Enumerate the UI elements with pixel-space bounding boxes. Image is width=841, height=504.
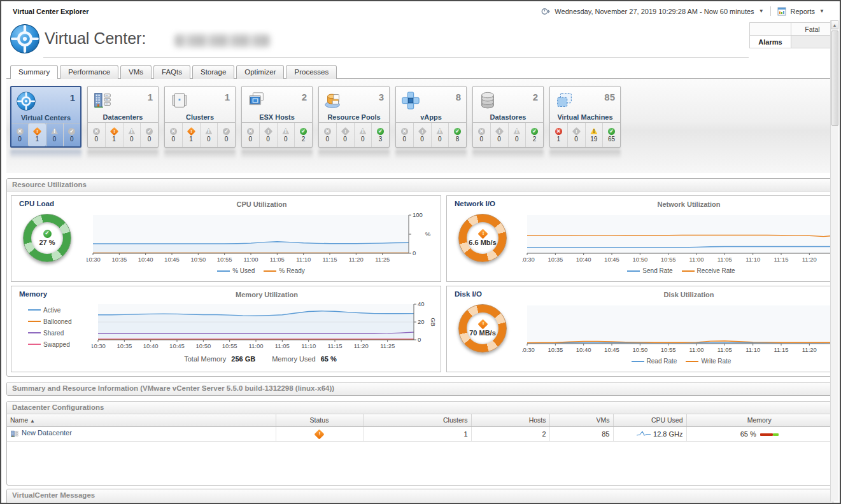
tile-reflection: [241, 150, 313, 159]
tab-summary[interactable]: Summary: [10, 65, 58, 79]
svg-text:20: 20: [418, 318, 425, 325]
svg-text:11:15: 11:15: [327, 342, 342, 349]
column-header-vms[interactable]: VMs: [549, 414, 613, 426]
status-cell-warning[interactable]: !0: [46, 123, 63, 146]
svg-text:11:10: 11:10: [746, 346, 760, 353]
datacenter-icon: [10, 430, 19, 438]
status-cell-critical[interactable]: !1: [182, 123, 200, 147]
time-range-caret-icon[interactable]: ▼: [759, 8, 764, 14]
column-header-clusters[interactable]: Clusters: [363, 414, 471, 426]
tab-storage[interactable]: Storage: [192, 65, 234, 79]
tile-datastores[interactable]: 2Datastores✕0!0!0✓2: [472, 86, 544, 148]
tile-datacenters[interactable]: 1Datacenters✕0!1!0✓0: [87, 86, 159, 148]
status-cell-normal[interactable]: ✓0: [140, 123, 158, 147]
status-cell-normal[interactable]: ✓8: [448, 123, 466, 147]
status-cell-fatal[interactable]: ✕1: [550, 123, 567, 147]
column-header-status[interactable]: Status: [276, 414, 363, 426]
tile-esx-hosts[interactable]: 2ESX Hosts✕0!0!0✓2: [241, 86, 313, 148]
legend-item-ballooned: Ballooned: [28, 318, 71, 325]
scrollbar-thumb[interactable]: [831, 31, 838, 126]
fatal-status-icon: ✕: [247, 128, 254, 135]
status-cell-critical[interactable]: !0: [336, 123, 354, 147]
status-cell-critical[interactable]: !0: [490, 123, 508, 147]
status-cell-critical[interactable]: !1: [28, 123, 45, 146]
status-cell-fatal[interactable]: ✕0: [319, 123, 336, 147]
svg-text:11:15: 11:15: [322, 256, 337, 263]
status-cell-fatal[interactable]: ✕0: [11, 123, 28, 146]
column-header-hosts[interactable]: Hosts: [471, 414, 549, 426]
tile-virtual-machines[interactable]: 85Virtual Machines✕1!0!19✓65: [549, 86, 621, 148]
status-cell-warning[interactable]: !0: [354, 123, 372, 147]
status-cell-fatal[interactable]: ✕0: [396, 123, 413, 147]
warning-status-icon: !: [436, 128, 443, 135]
tab-processes[interactable]: Processes: [286, 65, 337, 79]
datacenter-configurations-header[interactable]: Datacenter Configurations: [7, 402, 833, 414]
divider: [770, 6, 771, 16]
datacenter-name[interactable]: New Datacenter: [22, 429, 72, 437]
legend-item-send-rate: Send Rate: [627, 267, 672, 274]
status-count: 0: [326, 136, 330, 143]
status-cell-fatal[interactable]: ✕0: [88, 123, 105, 147]
tile-clusters[interactable]: 1Clusters✕0!1!0✓0: [164, 86, 236, 148]
status-count: 1: [557, 136, 561, 143]
tab-vms[interactable]: VMs: [120, 65, 152, 79]
scroll-up-icon[interactable]: ▲: [831, 20, 838, 29]
status-count: 0: [148, 136, 152, 143]
alarms-fatal-count[interactable]: [791, 36, 833, 48]
reports-caret-icon[interactable]: ▼: [819, 8, 824, 14]
status-cell-critical[interactable]: !1: [105, 123, 123, 147]
status-cell-warning[interactable]: !0: [508, 123, 526, 147]
table-row[interactable]: New Datacenter!128512.8 GHz65 %: [7, 426, 833, 441]
summary-resource-info-header[interactable]: Summary and Resource Information (VMware…: [7, 382, 833, 395]
tile-vapps[interactable]: 8vApps✕0!0!0✓8: [395, 86, 467, 148]
svg-text:10:50: 10:50: [632, 256, 647, 263]
column-header-memory[interactable]: Memory: [686, 414, 833, 426]
svg-text:10:45: 10:45: [169, 342, 185, 349]
virtualcenter-messages-header[interactable]: VirtualCenter Messages: [7, 489, 833, 502]
alarms-label: Alarms: [750, 36, 791, 48]
status-cell-normal[interactable]: ✓0: [63, 123, 80, 146]
vertical-scrollbar[interactable]: ▲: [830, 20, 838, 501]
reports-button[interactable]: Reports: [791, 8, 816, 15]
column-header-name[interactable]: Name▲: [7, 414, 276, 426]
status-cell-warning[interactable]: !19: [585, 123, 603, 147]
status-cell-normal[interactable]: ✓2: [294, 123, 312, 147]
tab-optimizer[interactable]: Optimizer: [236, 65, 284, 79]
status-cell-normal[interactable]: ✓65: [602, 123, 620, 147]
critical-status-icon[interactable]: !: [314, 429, 324, 439]
tile-reflection: [10, 150, 81, 159]
status-cell-critical[interactable]: !0: [567, 123, 585, 147]
status-cell-warning[interactable]: !0: [277, 123, 295, 147]
redacted-ip: [174, 34, 270, 47]
column-header-cpu-used[interactable]: CPU Used: [613, 414, 686, 426]
svg-text:11:10: 11:10: [296, 256, 311, 263]
status-count: 3: [379, 136, 383, 143]
status-cell-fatal[interactable]: ✕0: [242, 123, 259, 147]
memory-summary-line: Total Memory 256 GB Memory Used 65 %: [92, 355, 441, 363]
status-cell-normal[interactable]: ✓3: [371, 123, 389, 147]
status-cell-critical[interactable]: !0: [259, 123, 277, 147]
status-count: 0: [343, 136, 347, 143]
legend-swatch: [28, 344, 41, 345]
tab-performance[interactable]: Performance: [60, 65, 118, 79]
status-cell-warning[interactable]: !0: [431, 123, 449, 147]
tab-faqts[interactable]: FAQts: [153, 65, 190, 79]
status-cell-normal[interactable]: ✓0: [217, 123, 235, 147]
status-cell-critical[interactable]: !0: [413, 123, 431, 147]
status-cell-warning[interactable]: !0: [123, 123, 141, 147]
tile-virtual-centers[interactable]: 1Virtual Centers✕0!1!0✓0: [10, 86, 81, 148]
disk-io-gauge[interactable]: ! 70 MB/s: [458, 304, 507, 353]
svg-text:%: %: [425, 230, 431, 237]
status-cell-normal[interactable]: ✓2: [525, 123, 543, 147]
status-cell-fatal[interactable]: ✕0: [165, 123, 182, 147]
network-io-gauge[interactable]: ! 6.6 Mb/s: [458, 214, 507, 262]
tile-resource-pools[interactable]: 3Resource Pools✕0!0!0✓3: [318, 86, 390, 148]
status-cell-fatal[interactable]: ✕0: [473, 123, 490, 147]
status-cell-warning[interactable]: !0: [200, 123, 218, 147]
alarms-panel: Fatal Critical Alarms 1: [749, 22, 833, 52]
status-count: 0: [53, 136, 57, 143]
time-range-selector[interactable]: Wednesday, November 27, 2019 10:29:28 AM…: [555, 8, 754, 15]
svg-text:10:45: 10:45: [604, 256, 619, 263]
cpu-load-gauge[interactable]: ✓ 27 %: [23, 214, 71, 262]
resource-utilizations-header[interactable]: Resource Utilizations: [7, 179, 833, 192]
